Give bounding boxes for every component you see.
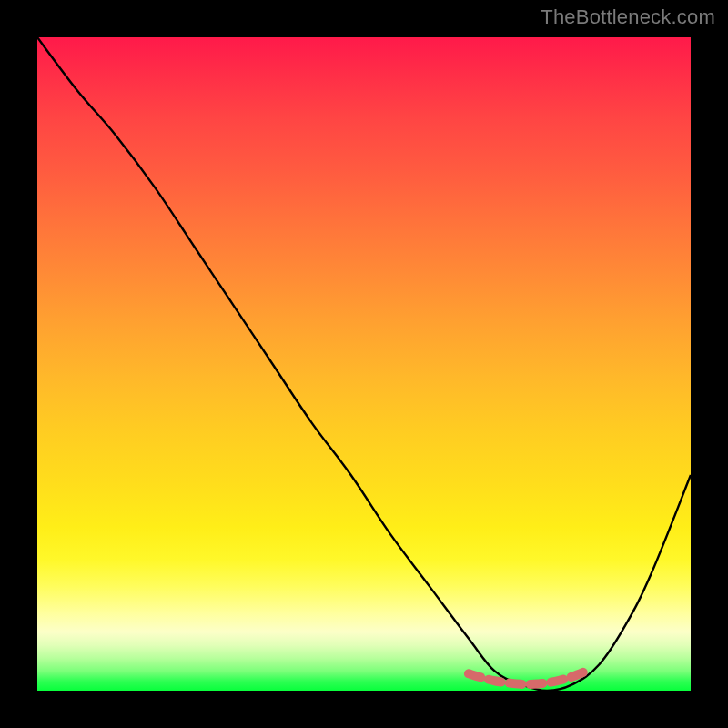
- curve-svg: [37, 37, 691, 691]
- attribution-text: TheBottleneck.com: [541, 5, 715, 29]
- plot-area: [37, 37, 691, 691]
- optimal-marker: [469, 671, 586, 684]
- bottleneck-curve: [37, 37, 691, 691]
